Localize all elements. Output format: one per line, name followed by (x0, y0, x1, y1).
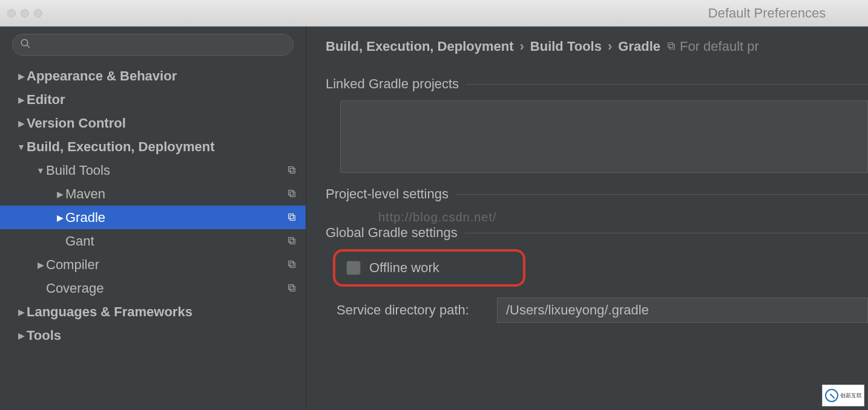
preferences-sidebar: ▶Appearance & Behavior▶Editor▶Version Co… (0, 27, 306, 410)
triangle-right-icon[interactable]: ▶ (16, 71, 27, 81)
scope-icon (287, 281, 297, 296)
tree-item-tools[interactable]: ▶Tools (0, 324, 306, 347)
scope-icon (287, 210, 297, 226)
svg-rect-13 (289, 284, 294, 289)
logo-text: 创新互联 (840, 392, 862, 400)
search-box[interactable] (12, 34, 294, 56)
tree-item-gant[interactable]: Gant (0, 229, 306, 253)
tree-item-appearance-behavior[interactable]: ▶Appearance & Behavior (0, 64, 306, 88)
section-divider (456, 194, 868, 195)
svg-rect-4 (290, 192, 295, 197)
logo-icon (825, 389, 838, 402)
scope-icon (287, 186, 297, 202)
search-input[interactable] (35, 39, 286, 51)
titlebar: Default Preferences (0, 0, 868, 27)
scope-icon (287, 257, 297, 273)
tree-item-coverage[interactable]: Coverage (0, 276, 306, 300)
tree-item-editor[interactable]: ▶Editor (0, 88, 306, 111)
triangle-right-icon[interactable]: ▶ (54, 213, 65, 223)
tree-item-label: Editor (27, 92, 285, 108)
breadcrumb-scope: For default pr (666, 39, 759, 54)
settings-content: Build, Execution, Deployment › Build Too… (306, 27, 868, 410)
breadcrumb: Build, Execution, Deployment › Build Too… (326, 39, 868, 54)
scope-icon (287, 233, 297, 249)
svg-rect-8 (290, 239, 295, 244)
section-linked-projects: Linked Gradle projects (326, 76, 868, 92)
section-title: Linked Gradle projects (326, 76, 459, 92)
tree-item-languages-frameworks[interactable]: ▶Languages & Frameworks (0, 300, 306, 324)
breadcrumb-part: Gradle (618, 39, 660, 54)
triangle-right-icon[interactable]: ▶ (35, 260, 46, 270)
tree-item-build-tools[interactable]: ▼Build Tools (0, 158, 306, 182)
section-project-level: Project-level settings (326, 186, 868, 202)
scope-icon (287, 163, 297, 178)
section-title: Project-level settings (326, 186, 449, 202)
breadcrumb-part: Build, Execution, Deployment (326, 39, 513, 54)
svg-rect-10 (290, 262, 295, 267)
tree-item-compiler[interactable]: ▶Compiler (0, 253, 306, 276)
breadcrumb-separator: › (519, 39, 524, 54)
triangle-right-icon[interactable]: ▶ (16, 119, 27, 128)
search-icon (20, 38, 31, 52)
tree-item-label: Languages & Frameworks (27, 304, 285, 320)
svg-rect-11 (289, 261, 294, 265)
tree-item-label: Build, Execution, Deployment (27, 139, 285, 155)
svg-rect-5 (289, 190, 294, 195)
tree-item-maven[interactable]: ▶Maven (0, 182, 306, 206)
svg-rect-14 (669, 44, 674, 49)
section-divider (465, 233, 868, 233)
breadcrumb-part: Build Tools (530, 39, 602, 54)
linked-projects-list[interactable] (340, 100, 868, 173)
tree-item-label: Appearance & Behavior (27, 68, 285, 84)
triangle-down-icon[interactable]: ▼ (16, 142, 27, 152)
settings-tree: ▶Appearance & Behavior▶Editor▶Version Co… (0, 64, 306, 410)
offline-work-highlight: Offline work (333, 249, 525, 287)
svg-rect-3 (289, 166, 294, 171)
service-directory-label: Service directory path: (337, 302, 469, 318)
svg-line-1 (27, 45, 30, 48)
service-directory-input[interactable] (497, 298, 868, 323)
tree-item-version-control[interactable]: ▶Version Control (0, 111, 306, 135)
tree-item-label: Maven (65, 186, 285, 202)
breadcrumb-separator: › (608, 39, 612, 54)
tree-item-label: Compiler (46, 257, 285, 273)
section-divider (466, 84, 868, 85)
svg-rect-12 (290, 286, 295, 291)
tree-item-label: Coverage (46, 281, 285, 296)
svg-rect-7 (289, 213, 294, 218)
window-title: Default Preferences (0, 5, 868, 21)
svg-point-0 (21, 39, 28, 46)
tree-item-build-execution-deployment[interactable]: ▼Build, Execution, Deployment (0, 135, 306, 158)
triangle-right-icon[interactable]: ▶ (16, 95, 27, 105)
triangle-right-icon[interactable]: ▶ (16, 307, 27, 317)
tree-item-label: Gant (65, 233, 285, 249)
tree-item-label: Tools (27, 328, 285, 343)
svg-rect-2 (290, 168, 295, 173)
tree-item-gradle[interactable]: ▶Gradle (0, 206, 306, 229)
offline-work-checkbox[interactable] (346, 261, 361, 275)
offline-work-label: Offline work (369, 260, 439, 276)
triangle-down-icon[interactable]: ▼ (35, 166, 46, 175)
triangle-right-icon[interactable]: ▶ (16, 331, 27, 340)
service-directory-row: Service directory path: (337, 298, 868, 323)
svg-rect-6 (290, 215, 295, 220)
section-global: Global Gradle settings (326, 225, 868, 241)
tree-item-label: Version Control (27, 116, 285, 131)
tree-item-label: Build Tools (46, 163, 285, 178)
scope-icon (666, 39, 676, 54)
tree-item-label: Gradle (65, 210, 285, 226)
section-title: Global Gradle settings (326, 225, 458, 241)
triangle-right-icon[interactable]: ▶ (54, 189, 65, 199)
svg-rect-15 (668, 43, 673, 48)
svg-rect-9 (289, 237, 294, 242)
logo-badge: 创新互联 (822, 385, 864, 406)
